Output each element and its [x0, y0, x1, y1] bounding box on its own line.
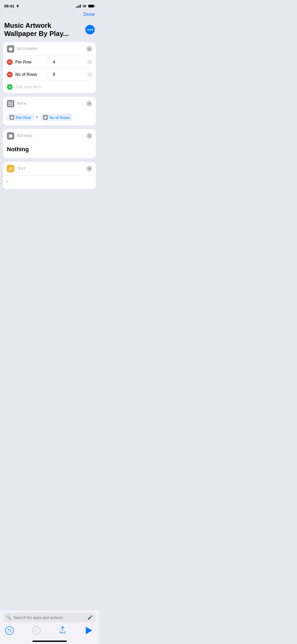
nothing-text: Nothing	[7, 146, 29, 153]
done-button[interactable]: Done	[83, 12, 95, 17]
svg-rect-5	[9, 169, 11, 170]
svg-rect-1	[94, 6, 95, 7]
dict-vert-divider-1	[47, 59, 48, 65]
dict-row-2-value[interactable]: 8	[50, 72, 85, 77]
svg-rect-2	[88, 5, 94, 7]
math-title: MATH	[17, 102, 26, 105]
header: Done	[0, 11, 99, 19]
math-operand1-pill[interactable]: Per Row	[7, 114, 34, 121]
text-lines-icon	[8, 167, 13, 171]
calculator-icon	[8, 102, 13, 106]
svg-rect-4	[9, 168, 12, 169]
dict-row-1-delete-button[interactable]	[7, 59, 13, 65]
add-item-button[interactable]	[7, 84, 13, 90]
dict-row-1-drag-handle[interactable]	[87, 61, 92, 64]
more-dots-icon	[87, 29, 93, 30]
nothing-content: Nothing	[3, 143, 96, 158]
page-title: Music Artwork Wallpaper By Play...	[4, 21, 85, 38]
dict-row-2-key: No of Rows	[15, 72, 45, 77]
dictionary-title: DICTIONARY	[17, 47, 38, 51]
math-card: MATH ✕ Per Row × No of Rows	[3, 97, 96, 125]
dictionary-card: DICTIONARY ✕ Per Row 4 No of Rows 8 Add …	[3, 42, 96, 93]
status-icons	[76, 4, 95, 8]
dict-row-1-value[interactable]: 4	[50, 60, 85, 65]
math-operand1-label: Per Row	[16, 115, 31, 120]
dict-row-1-key: Per Row	[15, 60, 45, 65]
page-title-row: Music Artwork Wallpaper By Play...	[0, 19, 99, 42]
gear-icon	[8, 47, 13, 51]
math-operand2-label: No of Rows	[49, 115, 70, 120]
text-header-left: TEXT	[7, 165, 26, 172]
text-card: TEXT ✕ -	[3, 162, 96, 189]
dictionary-card-header: DICTIONARY ✕	[3, 42, 96, 56]
nothing-title: NOTHING	[17, 134, 32, 138]
text-content[interactable]: -	[3, 176, 96, 189]
dictionary-icon	[7, 45, 14, 53]
math-close-button[interactable]: ✕	[86, 101, 92, 107]
text-content-value: -	[7, 179, 8, 183]
nothing-close-button[interactable]: ✕	[86, 133, 92, 139]
nothing-card-header: NOTHING ✕	[3, 129, 96, 143]
math-operator[interactable]: ×	[36, 115, 38, 120]
dict-row-per-row: Per Row 4	[3, 56, 96, 68]
add-item-placeholder: Add new item	[15, 85, 41, 89]
dict-row-no-of-rows: No of Rows 8	[3, 68, 96, 81]
math-expression: Per Row × No of Rows	[3, 111, 96, 125]
wifi-icon	[82, 4, 87, 8]
nothing-card: NOTHING ✕ Nothing	[3, 129, 96, 158]
status-bar: 09:41	[0, 0, 99, 11]
dict-vert-divider-2	[47, 72, 48, 77]
dictionary-header-left: DICTIONARY	[7, 45, 38, 53]
svg-rect-3	[9, 167, 12, 168]
dict-row-2-drag-handle[interactable]	[87, 73, 92, 76]
dictionary-close-button[interactable]: ✕	[86, 46, 92, 52]
gear-icon-small-2	[44, 116, 47, 119]
math-operand1-icon	[10, 115, 14, 120]
math-operand2-icon	[43, 115, 48, 120]
text-card-header: TEXT ✕	[3, 162, 96, 176]
gear-icon-nothing	[8, 134, 13, 138]
add-item-row: Add new item	[3, 81, 96, 93]
battery-icon	[88, 4, 95, 8]
math-operand2-pill[interactable]: No of Rows	[40, 114, 73, 121]
math-header-left: MATH	[7, 100, 26, 107]
signal-icon	[76, 4, 81, 8]
text-title: TEXT	[17, 167, 26, 171]
dict-row-2-delete-button[interactable]	[7, 72, 13, 77]
location-icon	[16, 5, 19, 8]
nothing-icon	[7, 132, 14, 140]
math-icon	[7, 100, 14, 107]
nothing-header-left: NOTHING	[7, 132, 32, 140]
text-close-button[interactable]: ✕	[86, 166, 92, 172]
more-button[interactable]	[85, 25, 95, 34]
status-time: 09:41	[4, 4, 14, 8]
gear-icon-small	[10, 116, 13, 119]
status-time-area: 09:41	[4, 4, 19, 8]
text-icon	[7, 165, 14, 172]
math-card-header: MATH ✕	[3, 97, 96, 111]
